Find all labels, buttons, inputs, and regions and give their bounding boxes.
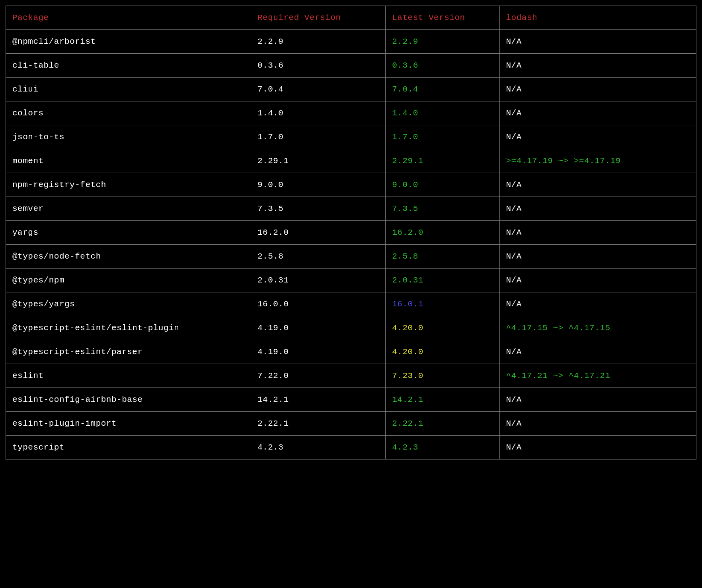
cell-lodash: N/A: [499, 340, 696, 364]
cell-package: @typescript-eslint/eslint-plugin: [6, 316, 251, 340]
header-package: Package: [6, 6, 251, 30]
header-required: Required Version: [251, 6, 385, 30]
cell-required-version: 4.2.3: [251, 436, 385, 459]
cell-latest-version: 2.29.1: [386, 149, 499, 173]
cell-package: @types/node-fetch: [6, 245, 251, 269]
header-lodash: lodash: [499, 6, 696, 30]
cell-package: colors: [6, 101, 251, 125]
cell-required-version: 2.22.1: [251, 412, 385, 436]
cell-package: semver: [6, 197, 251, 221]
cell-package: @typescript-eslint/parser: [6, 340, 251, 364]
cell-latest-version: 14.2.1: [386, 388, 499, 412]
cell-latest-version: 2.0.31: [386, 269, 499, 292]
cell-lodash: N/A: [499, 269, 696, 292]
cell-required-version: 9.0.0: [251, 173, 385, 197]
cell-required-version: 1.4.0: [251, 101, 385, 125]
table-row: @typescript-eslint/parser4.19.04.20.0N/A: [6, 340, 696, 364]
table-row: @types/npm2.0.312.0.31N/A: [6, 269, 696, 292]
table-row: typescript4.2.34.2.3N/A: [6, 436, 696, 459]
cell-required-version: 0.3.6: [251, 54, 385, 78]
cell-latest-version: 16.2.0: [386, 221, 499, 245]
table-row: @types/node-fetch2.5.82.5.8N/A: [6, 245, 696, 269]
cell-lodash: N/A: [499, 245, 696, 269]
table-row: yargs16.2.016.2.0N/A: [6, 221, 696, 245]
cell-required-version: 16.2.0: [251, 221, 385, 245]
cell-latest-version: 4.20.0: [386, 340, 499, 364]
cell-required-version: 2.2.9: [251, 30, 385, 54]
cell-lodash: N/A: [499, 436, 696, 459]
table-row: semver7.3.57.3.5N/A: [6, 197, 696, 221]
cell-required-version: 7.22.0: [251, 364, 385, 388]
cell-lodash: N/A: [499, 78, 696, 101]
cell-package: yargs: [6, 221, 251, 245]
table-row: eslint-config-airbnb-base14.2.114.2.1N/A: [6, 388, 696, 412]
cell-package: eslint-config-airbnb-base: [6, 388, 251, 412]
table-row: npm-registry-fetch9.0.09.0.0N/A: [6, 173, 696, 197]
cell-package: @types/yargs: [6, 292, 251, 316]
cell-latest-version: 4.20.0: [386, 316, 499, 340]
cell-required-version: 7.0.4: [251, 78, 385, 101]
table-row: @types/yargs16.0.016.0.1N/A: [6, 292, 696, 316]
cell-lodash: N/A: [499, 388, 696, 412]
cell-lodash: N/A: [499, 30, 696, 54]
cell-package: eslint-plugin-import: [6, 412, 251, 436]
cell-package: @npmcli/arborist: [6, 30, 251, 54]
cell-latest-version: 2.2.9: [386, 30, 499, 54]
cell-lodash: N/A: [499, 292, 696, 316]
cell-lodash: N/A: [499, 54, 696, 78]
table-row: eslint7.22.07.23.0^4.17.21 ~> ^4.17.21: [6, 364, 696, 388]
cell-latest-version: 2.22.1: [386, 412, 499, 436]
cell-latest-version: 1.7.0: [386, 125, 499, 149]
cell-latest-version: 2.5.8: [386, 245, 499, 269]
cell-required-version: 7.3.5: [251, 197, 385, 221]
cell-latest-version: 4.2.3: [386, 436, 499, 459]
cell-required-version: 4.19.0: [251, 316, 385, 340]
package-version-table: Package Required Version Latest Version …: [6, 6, 696, 459]
cell-package: cli-table: [6, 54, 251, 78]
cell-package: @types/npm: [6, 269, 251, 292]
cell-latest-version: 0.3.6: [386, 54, 499, 78]
cell-package: eslint: [6, 364, 251, 388]
cell-lodash: ^4.17.21 ~> ^4.17.21: [499, 364, 696, 388]
cell-lodash: >=4.17.19 ~> >=4.17.19: [499, 149, 696, 173]
cell-package: typescript: [6, 436, 251, 459]
table-row: cli-table0.3.60.3.6N/A: [6, 54, 696, 78]
cell-package: json-to-ts: [6, 125, 251, 149]
cell-package: npm-registry-fetch: [6, 173, 251, 197]
table-row: moment2.29.12.29.1>=4.17.19 ~> >=4.17.19: [6, 149, 696, 173]
cell-lodash: N/A: [499, 173, 696, 197]
table-row: @typescript-eslint/eslint-plugin4.19.04.…: [6, 316, 696, 340]
cell-lodash: N/A: [499, 197, 696, 221]
cell-lodash: N/A: [499, 412, 696, 436]
table-header-row: Package Required Version Latest Version …: [6, 6, 696, 30]
cell-latest-version: 7.23.0: [386, 364, 499, 388]
table-row: @npmcli/arborist2.2.92.2.9N/A: [6, 30, 696, 54]
cell-latest-version: 7.0.4: [386, 78, 499, 101]
cell-latest-version: 9.0.0: [386, 173, 499, 197]
cell-required-version: 4.19.0: [251, 340, 385, 364]
table-row: colors1.4.01.4.0N/A: [6, 101, 696, 125]
table-row: eslint-plugin-import2.22.12.22.1N/A: [6, 412, 696, 436]
cell-required-version: 2.0.31: [251, 269, 385, 292]
table-row: json-to-ts1.7.01.7.0N/A: [6, 125, 696, 149]
cell-lodash: N/A: [499, 221, 696, 245]
cell-required-version: 2.29.1: [251, 149, 385, 173]
cell-required-version: 16.0.0: [251, 292, 385, 316]
cell-lodash: N/A: [499, 101, 696, 125]
cell-package: cliui: [6, 78, 251, 101]
cell-latest-version: 7.3.5: [386, 197, 499, 221]
table-row: cliui7.0.47.0.4N/A: [6, 78, 696, 101]
header-latest: Latest Version: [386, 6, 499, 30]
cell-required-version: 1.7.0: [251, 125, 385, 149]
cell-lodash: N/A: [499, 125, 696, 149]
cell-package: moment: [6, 149, 251, 173]
cell-lodash: ^4.17.15 ~> ^4.17.15: [499, 316, 696, 340]
cell-latest-version: 16.0.1: [386, 292, 499, 316]
cell-required-version: 2.5.8: [251, 245, 385, 269]
cell-required-version: 14.2.1: [251, 388, 385, 412]
cell-latest-version: 1.4.0: [386, 101, 499, 125]
